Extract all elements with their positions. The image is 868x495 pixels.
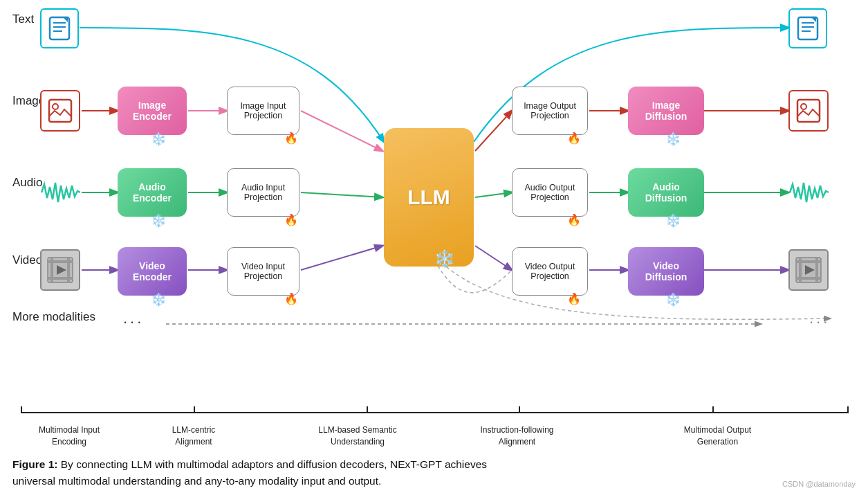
more-label: More modalities <box>12 310 95 324</box>
llm-snowflake: ❄️ <box>434 249 455 269</box>
audio-encoder-label: AudioEncoder <box>133 181 172 204</box>
timeline-tick-2 <box>367 406 368 413</box>
svg-rect-34 <box>50 258 53 282</box>
more-dots-left: ··· <box>123 313 144 331</box>
video-label: Video <box>12 253 42 267</box>
video-input-proj-flame: 🔥 <box>284 292 298 305</box>
more-dots-right: ··· <box>809 313 830 331</box>
timeline-tick-3 <box>519 406 520 413</box>
image-encoder-label: ImageEncoder <box>133 100 172 122</box>
timeline-tick-0 <box>21 406 22 413</box>
svg-rect-27 <box>49 100 71 122</box>
timeline-label-3: Instruction-followingAlignment <box>463 424 571 448</box>
audio-encoder: AudioEncoder <box>118 168 187 217</box>
image-encoder: ImageEncoder <box>118 87 187 135</box>
timeline-tick-4 <box>712 406 714 413</box>
timeline-bar <box>21 412 847 413</box>
svg-line-8 <box>301 192 382 197</box>
audio-label: Audio <box>12 176 42 190</box>
video-input-icon <box>40 249 80 291</box>
video-output-icon <box>788 249 829 291</box>
text-input-icon <box>40 8 79 48</box>
image-output-projection: Image OutputProjection <box>512 87 588 135</box>
video-diffusion-snowflake: ❄️ <box>665 292 681 307</box>
svg-line-14 <box>301 246 382 270</box>
audio-diffusion-snowflake: ❄️ <box>665 213 681 228</box>
svg-line-3 <box>475 111 512 151</box>
svg-rect-35 <box>67 258 70 282</box>
video-encoder-label: VideoEncoder <box>133 260 172 282</box>
audio-input-projection: Audio InputProjection <box>227 168 299 217</box>
audio-input-proj-flame: 🔥 <box>284 213 298 226</box>
video-output-projection: Video OutputProjection <box>512 247 588 296</box>
svg-point-28 <box>53 104 58 109</box>
timeline-tick-5 <box>847 406 849 413</box>
timeline-label-1: LLM-centricAlignment <box>145 424 242 448</box>
image-diffusion-label: ImageDiffusion <box>645 100 687 122</box>
main-container: Text Image Audio Video More modalities ·… <box>0 0 868 495</box>
timeline-tick-1 <box>194 406 195 413</box>
video-encoder-snowflake: ❄️ <box>151 292 166 307</box>
text-label: Text <box>12 12 34 26</box>
svg-line-9 <box>475 192 512 197</box>
image-output-icon <box>788 90 829 132</box>
video-input-projection: Video InputProjection <box>227 247 299 296</box>
video-diffusion-label: VideoDiffusion <box>645 260 687 282</box>
llm-box: LLM <box>384 128 474 267</box>
audio-output-icon <box>788 172 829 213</box>
audio-encoder-snowflake: ❄️ <box>151 213 166 228</box>
audio-input-icon <box>40 172 80 213</box>
svg-rect-29 <box>797 100 820 122</box>
svg-point-30 <box>801 104 806 109</box>
image-encoder-snowflake: ❄️ <box>151 132 166 147</box>
video-diffusion: VideoDiffusion <box>628 247 704 296</box>
timeline-label-2: LLM-based SemanticUnderstanding <box>299 424 416 448</box>
video-out-proj-flame: 🔥 <box>567 292 581 305</box>
text-output-icon <box>788 8 827 48</box>
timeline-label-0: Multimodal InputEncoding <box>21 424 118 448</box>
svg-rect-40 <box>799 258 802 282</box>
image-diffusion-snowflake: ❄️ <box>665 132 681 147</box>
image-input-proj-flame: 🔥 <box>284 132 298 145</box>
image-diffusion: ImageDiffusion <box>628 87 704 135</box>
audio-out-proj-flame: 🔥 <box>567 213 581 226</box>
timeline-label-4: Multimodal OutputGeneration <box>664 424 771 448</box>
image-input-projection: Image InputProjection <box>227 87 299 135</box>
video-encoder: VideoEncoder <box>118 247 187 296</box>
figure-caption: Figure 1: By connecting LLM with multimo… <box>12 456 757 489</box>
image-input-icon <box>40 90 80 132</box>
image-out-proj-flame: 🔥 <box>567 132 581 145</box>
svg-line-15 <box>475 246 512 270</box>
audio-diffusion: AudioDiffusion <box>628 168 704 217</box>
svg-line-2 <box>301 111 382 151</box>
audio-diffusion-label: AudioDiffusion <box>645 181 687 204</box>
credit-label: CSDN @datamonday <box>782 480 856 488</box>
svg-rect-41 <box>815 258 818 282</box>
audio-output-projection: Audio OutputProjection <box>512 168 588 217</box>
